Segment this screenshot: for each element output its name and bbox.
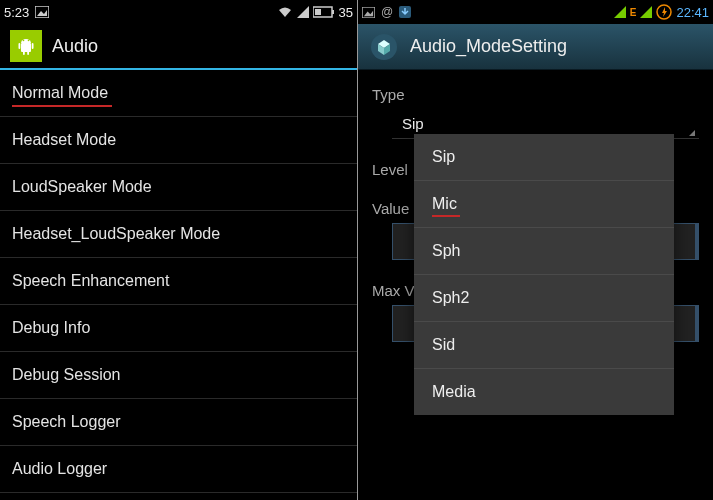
svg-marker-17 <box>614 6 626 18</box>
svg-point-12 <box>23 40 25 42</box>
right-screenshot: @ E 22:41 Audio_ModeSetting <box>358 0 713 500</box>
list-item-audio-logger[interactable]: Audio Logger <box>0 446 357 493</box>
svg-marker-2 <box>297 6 309 18</box>
list-item-speech-enhancement[interactable]: Speech Enhancement <box>0 258 357 305</box>
list-item-speech-logger[interactable]: Speech Logger <box>0 399 357 446</box>
download-icon <box>399 6 411 18</box>
list-item-debug-session[interactable]: Debug Session <box>0 352 357 399</box>
dropdown-option-sph[interactable]: Sph <box>414 227 674 274</box>
signal-icon <box>640 6 652 18</box>
battery-icon <box>313 6 335 18</box>
charging-icon <box>656 4 672 20</box>
image-icon <box>35 6 49 18</box>
dropdown-option-sid[interactable]: Sid <box>414 321 674 368</box>
at-icon: @ <box>381 5 393 19</box>
list-item-normal-mode[interactable]: Normal Mode <box>0 70 357 117</box>
list-item-headset-loudspeaker-mode[interactable]: Headset_LoudSpeaker Mode <box>0 211 357 258</box>
list-item-debug-info[interactable]: Debug Info <box>0 305 357 352</box>
left-screenshot: 5:23 35 Audio Normal Mode Headset Mode L <box>0 0 357 500</box>
signal-icon <box>614 6 626 18</box>
network-e-icon: E <box>630 7 637 18</box>
dropdown-option-media[interactable]: Media <box>414 368 674 415</box>
svg-marker-18 <box>640 6 652 18</box>
audio-mode-list: Normal Mode Headset Mode LoudSpeaker Mod… <box>0 70 357 500</box>
svg-rect-5 <box>315 9 321 15</box>
dropdown-option-sip[interactable]: Sip <box>414 134 674 180</box>
status-bar: 5:23 35 <box>0 0 357 24</box>
svg-rect-11 <box>27 51 29 55</box>
action-bar: Audio_ModeSetting <box>358 24 713 70</box>
list-item-loudspeaker-mode[interactable]: LoudSpeaker Mode <box>0 164 357 211</box>
type-dropdown: Sip Mic Sph Sph2 Sid Media <box>414 134 674 415</box>
svg-rect-10 <box>23 51 25 55</box>
cube-icon <box>368 31 400 63</box>
svg-point-13 <box>28 40 30 42</box>
status-time: 5:23 <box>4 5 29 20</box>
svg-rect-4 <box>332 10 334 14</box>
screen-title: Audio <box>52 36 98 57</box>
svg-marker-1 <box>37 10 47 16</box>
android-icon <box>10 30 42 62</box>
signal-icon <box>297 6 309 18</box>
svg-rect-9 <box>32 43 34 49</box>
svg-marker-15 <box>364 10 373 16</box>
dropdown-option-mic[interactable]: Mic <box>414 180 674 227</box>
screen-title: Audio_ModeSetting <box>410 36 567 57</box>
status-time: 22:41 <box>676 5 709 20</box>
action-bar: Audio <box>0 24 357 70</box>
dropdown-option-sph2[interactable]: Sph2 <box>414 274 674 321</box>
image-icon <box>362 7 375 18</box>
type-label: Type <box>372 86 699 103</box>
wifi-icon <box>277 6 293 18</box>
svg-rect-6 <box>21 43 31 52</box>
battery-text: 35 <box>339 5 353 20</box>
list-item-headset-mode[interactable]: Headset Mode <box>0 117 357 164</box>
svg-rect-8 <box>19 43 21 49</box>
status-bar: @ E 22:41 <box>358 0 713 24</box>
